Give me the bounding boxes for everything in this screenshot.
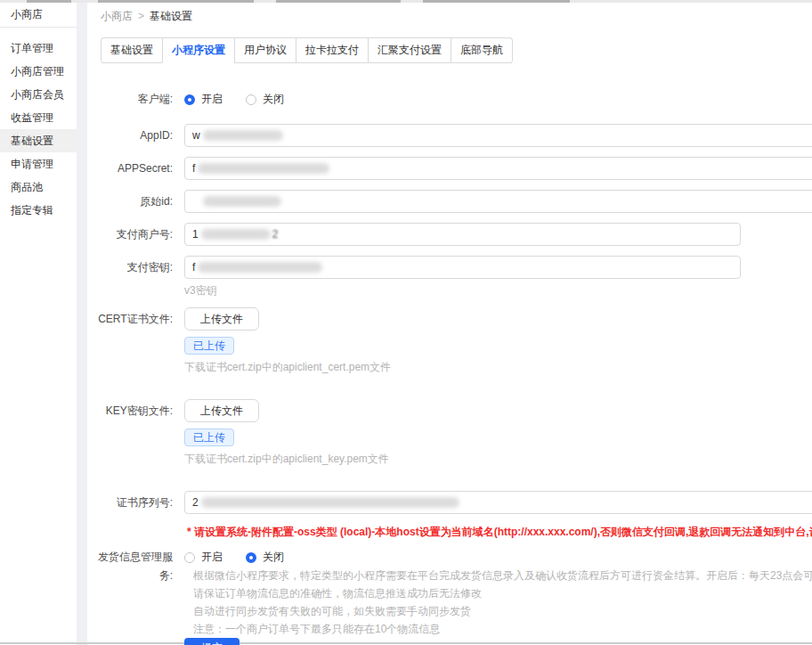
tab-miniprogram-settings[interactable]: 小程序设置	[162, 38, 234, 63]
sidebar-item-product-pool[interactable]: 商品池	[0, 176, 77, 199]
key-upload-note: 下载证书cert.zip中的apiclient_key.pem文件	[184, 453, 812, 465]
form-row-appid: AppID: w	[87, 124, 812, 147]
redacted-value	[198, 262, 322, 273]
radio-dot-icon	[184, 552, 195, 563]
sidebar-item-shop-members[interactable]: 小商店会员	[0, 83, 77, 106]
merchant-no-label: 支付商户号:	[87, 223, 182, 244]
form-row-appsecret: APPSecret: f	[87, 157, 812, 180]
sidebar-content-divider	[77, 3, 87, 645]
appid-label: AppID:	[87, 124, 182, 145]
radio-dot-icon	[246, 94, 256, 105]
cert-upload-note: 下载证书cert.zip中的apiclient_cert.pem文件	[184, 361, 812, 373]
shipping-label: 发货信息管理服务:	[87, 548, 182, 585]
form-row-original-id: 原始id:	[87, 190, 812, 213]
settings-tabs: 基础设置 小程序设置 用户协议 拉卡拉支付 汇聚支付设置 底部导航	[101, 37, 513, 63]
appid-value-prefix: w	[192, 129, 200, 142]
tab-huiju-pay-settings[interactable]: 汇聚支付设置	[368, 38, 451, 63]
pay-key-label: 支付密钥:	[87, 256, 182, 277]
form-row-cert-serial: 证书序列号: 2 * 请设置系统-附件配置-oss类型 (local)-本地ho…	[87, 491, 812, 538]
shipping-radio-on-label: 开启	[201, 550, 223, 565]
cert-file-label: CERT证书文件:	[87, 307, 182, 329]
key-uploaded-tag[interactable]: 已上传	[184, 429, 234, 446]
cert-upload-button[interactable]: 上传文件	[184, 307, 259, 331]
client-radio-off-label: 关闭	[263, 92, 284, 107]
main-content: 小商店>基础设置 基础设置 小程序设置 用户协议 拉卡拉支付 汇聚支付设置 底部…	[87, 3, 812, 645]
submit-button[interactable]: 提交	[184, 638, 240, 645]
sidebar-item-revenue-management[interactable]: 收益管理	[0, 106, 77, 129]
submit-spacer	[87, 638, 182, 641]
original-id-input[interactable]	[184, 190, 812, 213]
tab-lakala-pay[interactable]: 拉卡拉支付	[296, 38, 368, 63]
client-label: 客户端:	[87, 90, 182, 109]
oss-warning-text: * 请设置系统-附件配置-oss类型 (local)-本地host设置为当前域名…	[187, 526, 812, 538]
appsecret-label: APPSecret:	[87, 157, 182, 178]
breadcrumb-root[interactable]: 小商店	[101, 10, 133, 22]
pay-key-hint: v3密钥	[184, 284, 812, 297]
client-radio-group: 开启 关闭	[184, 90, 812, 109]
tab-basic-settings[interactable]: 基础设置	[102, 38, 162, 63]
redacted-value	[203, 130, 283, 141]
key-upload-button[interactable]: 上传文件	[184, 399, 259, 422]
pay-key-value-prefix: f	[192, 261, 195, 274]
appsecret-value-prefix: f	[192, 162, 195, 175]
redacted-value	[203, 196, 281, 207]
form-row-key-file: KEY密钥文件: 上传文件 已上传 下载证书cert.zip中的apiclien…	[87, 399, 812, 491]
redacted-value	[201, 229, 271, 240]
form-row-cert-file: CERT证书文件: 上传文件 已上传 下载证书cert.zip中的apiclie…	[87, 307, 812, 399]
sidebar-item-basic-settings[interactable]: 基础设置	[0, 129, 77, 152]
appsecret-input[interactable]: f	[184, 157, 812, 180]
redacted-value	[198, 163, 329, 174]
sidebar: 小商店 订单管理 小商店管理 小商店会员 收益管理 基础设置 申请管理 商品池 …	[0, 3, 77, 645]
shipping-note-line: 注意：一个商户订单号下最多只能存在10个物流信息	[193, 620, 812, 638]
breadcrumb: 小商店>基础设置	[101, 9, 812, 24]
sidebar-item-designated-albums[interactable]: 指定专辑	[0, 199, 77, 222]
client-radio-on-label: 开启	[201, 92, 223, 107]
radio-dot-icon	[184, 94, 195, 105]
clipped-bottom-edge	[0, 642, 812, 644]
form-row-shipping-info: 发货信息管理服务: 开启 关闭 根据微信小程序要求，特定类型的小程序需要	[87, 548, 812, 638]
shipping-note-line: 请保证订单物流信息的准确性，物流信息推送成功后无法修改	[193, 584, 812, 602]
sidebar-title: 小商店	[0, 3, 77, 28]
app-window: 小商店 订单管理 小商店管理 小商店会员 收益管理 基础设置 申请管理 商品池 …	[0, 0, 812, 645]
shipping-radio-off-label: 关闭	[263, 550, 284, 565]
shipping-note-line: 根据微信小程序要求，特定类型的小程序需要在平台完成发货信息录入及确认收货流程后方…	[193, 567, 812, 584]
merchant-no-value-suffix: 2	[272, 228, 279, 241]
shipping-radio-group: 开启 关闭	[184, 548, 812, 567]
cert-uploaded-tag[interactable]: 已上传	[184, 337, 234, 355]
miniprogram-settings-form: 客户端: 开启 关闭 AppID: w	[87, 90, 812, 645]
radio-dot-icon	[246, 552, 256, 563]
shipping-note-line: 自动进行同步发货有失败的可能，如失败需要手动同步发货	[193, 602, 812, 620]
sidebar-item-shop-management[interactable]: 小商店管理	[0, 60, 77, 83]
pay-key-input[interactable]: f	[184, 256, 741, 279]
tab-user-agreement[interactable]: 用户协议	[234, 38, 296, 63]
client-radio-on[interactable]: 开启	[184, 92, 223, 107]
merchant-no-input[interactable]: 1 2	[184, 223, 741, 246]
breadcrumb-current: 基础设置	[150, 10, 192, 22]
redacted-value	[201, 497, 459, 508]
form-row-pay-key: 支付密钥: f v3密钥	[87, 256, 812, 307]
key-file-label: KEY密钥文件:	[87, 399, 182, 420]
client-radio-off[interactable]: 关闭	[246, 92, 284, 107]
cert-serial-value-prefix: 2	[192, 496, 199, 509]
form-row-merchant-no: 支付商户号: 1 2	[87, 223, 812, 246]
sidebar-item-application-management[interactable]: 申请管理	[0, 152, 77, 176]
breadcrumb-separator: >	[138, 10, 144, 22]
merchant-no-value-prefix: 1	[192, 228, 199, 241]
tab-footer-nav[interactable]: 底部导航	[451, 38, 512, 63]
form-row-client: 客户端: 开启 关闭	[87, 90, 812, 109]
shipping-radio-on[interactable]: 开启	[184, 550, 223, 565]
cert-serial-label: 证书序列号:	[87, 491, 182, 512]
sidebar-item-order-management[interactable]: 订单管理	[0, 37, 77, 60]
appid-input[interactable]: w	[184, 124, 812, 147]
sidebar-nav: 订单管理 小商店管理 小商店会员 收益管理 基础设置 申请管理 商品池 指定专辑	[0, 37, 77, 222]
cert-serial-input[interactable]: 2	[184, 491, 812, 514]
shipping-notes: 根据微信小程序要求，特定类型的小程序需要在平台完成发货信息录入及确认收货流程后方…	[193, 567, 812, 638]
shipping-radio-off[interactable]: 关闭	[246, 550, 284, 565]
original-id-label: 原始id:	[87, 190, 182, 211]
